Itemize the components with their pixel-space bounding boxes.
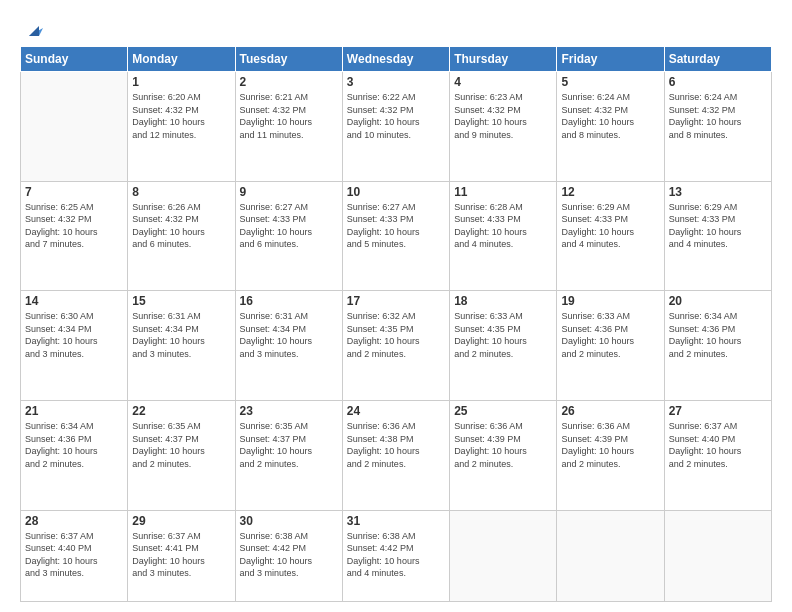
day-number: 17 (347, 294, 445, 308)
calendar-cell (557, 510, 664, 601)
calendar-cell: 21Sunrise: 6:34 AM Sunset: 4:36 PM Dayli… (21, 400, 128, 510)
day-info: Sunrise: 6:36 AM Sunset: 4:38 PM Dayligh… (347, 420, 445, 470)
day-number: 25 (454, 404, 552, 418)
calendar-cell: 12Sunrise: 6:29 AM Sunset: 4:33 PM Dayli… (557, 181, 664, 291)
page: SundayMondayTuesdayWednesdayThursdayFrid… (0, 0, 792, 612)
day-info: Sunrise: 6:35 AM Sunset: 4:37 PM Dayligh… (132, 420, 230, 470)
calendar-cell: 10Sunrise: 6:27 AM Sunset: 4:33 PM Dayli… (342, 181, 449, 291)
day-number: 6 (669, 75, 767, 89)
day-number: 12 (561, 185, 659, 199)
day-number: 4 (454, 75, 552, 89)
calendar-week-row: 28Sunrise: 6:37 AM Sunset: 4:40 PM Dayli… (21, 510, 772, 601)
calendar-cell: 9Sunrise: 6:27 AM Sunset: 4:33 PM Daylig… (235, 181, 342, 291)
svg-marker-1 (29, 26, 39, 36)
calendar-cell: 29Sunrise: 6:37 AM Sunset: 4:41 PM Dayli… (128, 510, 235, 601)
day-info: Sunrise: 6:38 AM Sunset: 4:42 PM Dayligh… (347, 530, 445, 580)
day-info: Sunrise: 6:32 AM Sunset: 4:35 PM Dayligh… (347, 310, 445, 360)
calendar-cell: 28Sunrise: 6:37 AM Sunset: 4:40 PM Dayli… (21, 510, 128, 601)
day-number: 10 (347, 185, 445, 199)
day-info: Sunrise: 6:37 AM Sunset: 4:40 PM Dayligh… (669, 420, 767, 470)
weekday-header-row: SundayMondayTuesdayWednesdayThursdayFrid… (21, 47, 772, 72)
weekday-header: Monday (128, 47, 235, 72)
calendar-cell: 15Sunrise: 6:31 AM Sunset: 4:34 PM Dayli… (128, 291, 235, 401)
day-info: Sunrise: 6:28 AM Sunset: 4:33 PM Dayligh… (454, 201, 552, 251)
day-number: 7 (25, 185, 123, 199)
day-number: 26 (561, 404, 659, 418)
day-number: 19 (561, 294, 659, 308)
calendar-cell: 7Sunrise: 6:25 AM Sunset: 4:32 PM Daylig… (21, 181, 128, 291)
calendar-week-row: 21Sunrise: 6:34 AM Sunset: 4:36 PM Dayli… (21, 400, 772, 510)
calendar-cell: 13Sunrise: 6:29 AM Sunset: 4:33 PM Dayli… (664, 181, 771, 291)
day-info: Sunrise: 6:29 AM Sunset: 4:33 PM Dayligh… (561, 201, 659, 251)
day-info: Sunrise: 6:27 AM Sunset: 4:33 PM Dayligh… (240, 201, 338, 251)
calendar-week-row: 1Sunrise: 6:20 AM Sunset: 4:32 PM Daylig… (21, 72, 772, 182)
calendar-cell: 24Sunrise: 6:36 AM Sunset: 4:38 PM Dayli… (342, 400, 449, 510)
day-info: Sunrise: 6:37 AM Sunset: 4:41 PM Dayligh… (132, 530, 230, 580)
calendar-cell: 22Sunrise: 6:35 AM Sunset: 4:37 PM Dayli… (128, 400, 235, 510)
day-number: 3 (347, 75, 445, 89)
day-number: 22 (132, 404, 230, 418)
day-number: 31 (347, 514, 445, 528)
day-number: 16 (240, 294, 338, 308)
day-info: Sunrise: 6:34 AM Sunset: 4:36 PM Dayligh… (25, 420, 123, 470)
calendar-table: SundayMondayTuesdayWednesdayThursdayFrid… (20, 46, 772, 602)
day-info: Sunrise: 6:24 AM Sunset: 4:32 PM Dayligh… (561, 91, 659, 141)
day-info: Sunrise: 6:31 AM Sunset: 4:34 PM Dayligh… (240, 310, 338, 360)
weekday-header: Thursday (450, 47, 557, 72)
calendar-cell: 4Sunrise: 6:23 AM Sunset: 4:32 PM Daylig… (450, 72, 557, 182)
day-number: 23 (240, 404, 338, 418)
day-info: Sunrise: 6:35 AM Sunset: 4:37 PM Dayligh… (240, 420, 338, 470)
calendar-cell: 19Sunrise: 6:33 AM Sunset: 4:36 PM Dayli… (557, 291, 664, 401)
day-info: Sunrise: 6:22 AM Sunset: 4:32 PM Dayligh… (347, 91, 445, 141)
weekday-header: Saturday (664, 47, 771, 72)
day-info: Sunrise: 6:33 AM Sunset: 4:35 PM Dayligh… (454, 310, 552, 360)
weekday-header: Sunday (21, 47, 128, 72)
calendar-week-row: 14Sunrise: 6:30 AM Sunset: 4:34 PM Dayli… (21, 291, 772, 401)
calendar-cell: 14Sunrise: 6:30 AM Sunset: 4:34 PM Dayli… (21, 291, 128, 401)
day-info: Sunrise: 6:23 AM Sunset: 4:32 PM Dayligh… (454, 91, 552, 141)
day-info: Sunrise: 6:25 AM Sunset: 4:32 PM Dayligh… (25, 201, 123, 251)
weekday-header: Tuesday (235, 47, 342, 72)
calendar-cell: 20Sunrise: 6:34 AM Sunset: 4:36 PM Dayli… (664, 291, 771, 401)
calendar-cell: 17Sunrise: 6:32 AM Sunset: 4:35 PM Dayli… (342, 291, 449, 401)
calendar-cell: 25Sunrise: 6:36 AM Sunset: 4:39 PM Dayli… (450, 400, 557, 510)
day-number: 1 (132, 75, 230, 89)
day-number: 13 (669, 185, 767, 199)
calendar-cell: 2Sunrise: 6:21 AM Sunset: 4:32 PM Daylig… (235, 72, 342, 182)
day-info: Sunrise: 6:38 AM Sunset: 4:42 PM Dayligh… (240, 530, 338, 580)
day-number: 14 (25, 294, 123, 308)
calendar-cell (21, 72, 128, 182)
calendar-cell: 3Sunrise: 6:22 AM Sunset: 4:32 PM Daylig… (342, 72, 449, 182)
day-info: Sunrise: 6:36 AM Sunset: 4:39 PM Dayligh… (561, 420, 659, 470)
calendar-cell: 6Sunrise: 6:24 AM Sunset: 4:32 PM Daylig… (664, 72, 771, 182)
calendar-cell: 16Sunrise: 6:31 AM Sunset: 4:34 PM Dayli… (235, 291, 342, 401)
calendar-cell: 18Sunrise: 6:33 AM Sunset: 4:35 PM Dayli… (450, 291, 557, 401)
calendar-cell: 31Sunrise: 6:38 AM Sunset: 4:42 PM Dayli… (342, 510, 449, 601)
day-number: 15 (132, 294, 230, 308)
day-info: Sunrise: 6:21 AM Sunset: 4:32 PM Dayligh… (240, 91, 338, 141)
calendar-cell: 30Sunrise: 6:38 AM Sunset: 4:42 PM Dayli… (235, 510, 342, 601)
day-number: 11 (454, 185, 552, 199)
calendar-cell: 1Sunrise: 6:20 AM Sunset: 4:32 PM Daylig… (128, 72, 235, 182)
day-number: 8 (132, 185, 230, 199)
day-info: Sunrise: 6:26 AM Sunset: 4:32 PM Dayligh… (132, 201, 230, 251)
day-number: 27 (669, 404, 767, 418)
day-info: Sunrise: 6:29 AM Sunset: 4:33 PM Dayligh… (669, 201, 767, 251)
day-info: Sunrise: 6:20 AM Sunset: 4:32 PM Dayligh… (132, 91, 230, 141)
weekday-header: Wednesday (342, 47, 449, 72)
calendar-cell (450, 510, 557, 601)
day-number: 29 (132, 514, 230, 528)
day-number: 9 (240, 185, 338, 199)
day-info: Sunrise: 6:34 AM Sunset: 4:36 PM Dayligh… (669, 310, 767, 360)
day-number: 5 (561, 75, 659, 89)
calendar-cell: 23Sunrise: 6:35 AM Sunset: 4:37 PM Dayli… (235, 400, 342, 510)
calendar-week-row: 7Sunrise: 6:25 AM Sunset: 4:32 PM Daylig… (21, 181, 772, 291)
header (20, 18, 772, 40)
calendar-cell (664, 510, 771, 601)
calendar-cell: 26Sunrise: 6:36 AM Sunset: 4:39 PM Dayli… (557, 400, 664, 510)
day-number: 2 (240, 75, 338, 89)
day-info: Sunrise: 6:24 AM Sunset: 4:32 PM Dayligh… (669, 91, 767, 141)
day-number: 18 (454, 294, 552, 308)
day-number: 30 (240, 514, 338, 528)
day-number: 24 (347, 404, 445, 418)
